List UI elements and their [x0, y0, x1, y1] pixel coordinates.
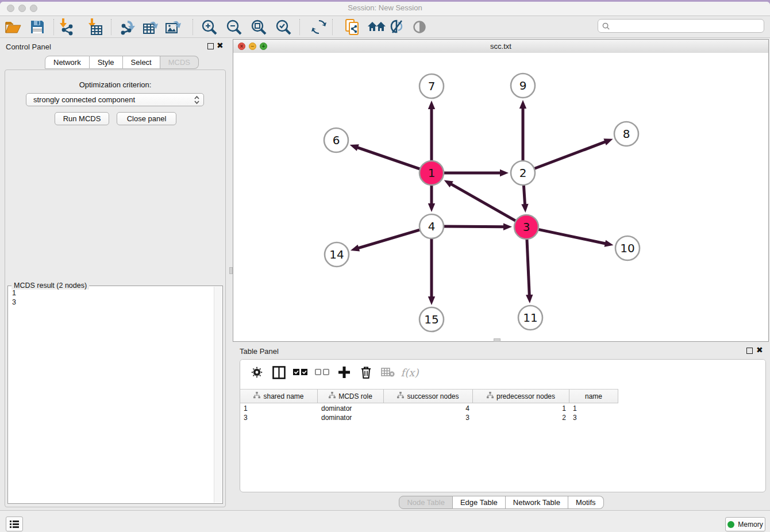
- column-header-successor-nodes[interactable]: successor nodes: [384, 390, 473, 403]
- column-header-label: successor nodes: [407, 392, 459, 400]
- create-column-icon[interactable]: [334, 364, 354, 381]
- tab-network[interactable]: Network: [45, 56, 90, 69]
- tab-network-table[interactable]: Network Table: [506, 496, 568, 509]
- horizontal-splitter-handle[interactable]: [494, 338, 500, 342]
- edge-arrowhead: [428, 296, 435, 305]
- node-label: 6: [333, 133, 340, 147]
- mcds-panel: Optimization criterion: strongly connect…: [5, 70, 226, 507]
- edge-2-8[interactable]: [533, 141, 606, 169]
- zoom-selected-icon[interactable]: [273, 17, 294, 37]
- open-session-icon[interactable]: [3, 17, 24, 37]
- save-session-icon[interactable]: [27, 17, 48, 37]
- table-cell[interactable]: 4: [384, 404, 473, 413]
- float-panel-icon[interactable]: [207, 43, 214, 49]
- refresh-layout-icon[interactable]: [309, 17, 329, 37]
- edge-3-10[interactable]: [537, 229, 606, 244]
- delete-column-icon[interactable]: [356, 364, 376, 381]
- tab-motifs[interactable]: Motifs: [568, 496, 604, 509]
- node-label: 8: [623, 127, 630, 141]
- result-scrollbar[interactable]: [214, 287, 222, 503]
- memory-button[interactable]: Memory: [725, 517, 765, 531]
- edge-3-11[interactable]: [527, 238, 529, 296]
- control-tabs: NetworkStyleSelectMCDS: [45, 56, 199, 69]
- memory-status-icon: [727, 521, 734, 528]
- edge-arrowhead: [519, 100, 526, 109]
- table-cell[interactable]: dominator: [318, 413, 384, 422]
- export-network-icon[interactable]: [118, 17, 138, 37]
- zoom-fit-icon[interactable]: [248, 17, 269, 37]
- table-float-icon[interactable]: [746, 348, 753, 354]
- show-hide-icon[interactable]: [409, 17, 430, 37]
- mcds-result-list[interactable]: 13: [8, 288, 222, 307]
- node-label: 14: [329, 248, 344, 261]
- close-panel-icon[interactable]: ✖: [217, 41, 224, 50]
- table-cell[interactable]: dominator: [318, 404, 384, 413]
- edge-arrowhead: [503, 223, 512, 230]
- table-close-icon[interactable]: ✖: [756, 345, 763, 354]
- network-canvas[interactable]: 7968124314101511: [233, 53, 768, 341]
- mcds-result-item: 3: [8, 298, 222, 307]
- zoom-out-icon[interactable]: [224, 17, 244, 37]
- first-neighbors-icon[interactable]: [367, 17, 387, 37]
- mcds-result-group: MCDS result (2 nodes) 13: [7, 286, 223, 504]
- search-field[interactable]: [598, 19, 764, 33]
- column-header-name[interactable]: name: [569, 390, 618, 403]
- column-header-MCDS-role[interactable]: MCDS role: [318, 390, 384, 403]
- search-input[interactable]: [612, 21, 764, 30]
- tab-edge-table[interactable]: Edge Table: [453, 496, 506, 509]
- network-titlebar: × − + scc.txt: [233, 40, 768, 53]
- table-cell[interactable]: 1: [240, 404, 318, 413]
- criterion-value: strongly connected component: [33, 95, 135, 104]
- vertical-splitter-handle[interactable]: [229, 267, 233, 274]
- run-mcds-button[interactable]: Run MCDS: [55, 112, 109, 125]
- function-builder-icon[interactable]: f(x): [400, 364, 419, 381]
- edge-1-6[interactable]: [357, 147, 421, 169]
- edge-arrowhead: [350, 144, 359, 151]
- node-label: 15: [424, 313, 438, 326]
- task-history-button[interactable]: [6, 516, 23, 531]
- edge-arrowhead: [428, 203, 435, 212]
- export-image-icon[interactable]: [163, 17, 183, 37]
- import-network-icon[interactable]: [56, 17, 77, 37]
- table-cell[interactable]: 1: [473, 404, 569, 413]
- export-table-icon[interactable]: [140, 17, 161, 37]
- edge-4-14[interactable]: [357, 229, 421, 248]
- edge-arrowhead: [351, 245, 360, 252]
- copy-network-icon[interactable]: [342, 17, 363, 37]
- table-cell[interactable]: 3: [384, 413, 473, 422]
- table-row[interactable]: 3dominator323: [240, 413, 618, 422]
- node-table-box: f(x) shared nameMCDS rolesuccessor nodes…: [240, 359, 766, 492]
- table-cell[interactable]: 2: [473, 413, 569, 422]
- toggle-panel-layout-icon[interactable]: [269, 364, 288, 381]
- tab-style[interactable]: Style: [90, 56, 123, 69]
- delete-table-icon[interactable]: [378, 364, 398, 381]
- table-settings-icon[interactable]: [247, 364, 267, 381]
- tab-select[interactable]: Select: [123, 56, 160, 69]
- close-panel-button[interactable]: Close panel: [117, 112, 176, 125]
- tab-mcds[interactable]: MCDS: [160, 56, 199, 69]
- edge-2-3[interactable]: [523, 184, 525, 205]
- node-label: 10: [620, 241, 634, 255]
- hide-style-icon[interactable]: [387, 17, 407, 37]
- network-title: scc.txt: [233, 42, 768, 51]
- table-cell[interactable]: 1: [569, 404, 618, 413]
- select-all-columns-icon[interactable]: [291, 364, 310, 381]
- column-header-predecessor-nodes[interactable]: predecessor nodes: [473, 390, 569, 403]
- edge-3-1[interactable]: [451, 184, 517, 222]
- import-table-icon[interactable]: [85, 17, 106, 37]
- edge-4-3[interactable]: [442, 226, 505, 227]
- column-header-shared-name[interactable]: shared name: [240, 390, 318, 403]
- zoom-in-icon[interactable]: [199, 17, 220, 37]
- tab-node-table[interactable]: Node Table: [399, 496, 453, 509]
- window-titlebar: Session: New Session: [0, 2, 770, 16]
- node-label: 2: [519, 166, 527, 180]
- column-header-label: predecessor nodes: [496, 392, 555, 400]
- table-row[interactable]: 1dominator411: [240, 404, 618, 413]
- network-graph[interactable]: 7968124314101511: [233, 53, 768, 341]
- column-type-icon: [253, 392, 260, 400]
- criterion-dropdown[interactable]: strongly connected component: [26, 93, 204, 106]
- table-cell[interactable]: 3: [240, 413, 318, 422]
- unselect-all-columns-icon[interactable]: [313, 364, 332, 381]
- column-type-icon: [329, 392, 336, 400]
- table-cell[interactable]: 3: [569, 413, 618, 422]
